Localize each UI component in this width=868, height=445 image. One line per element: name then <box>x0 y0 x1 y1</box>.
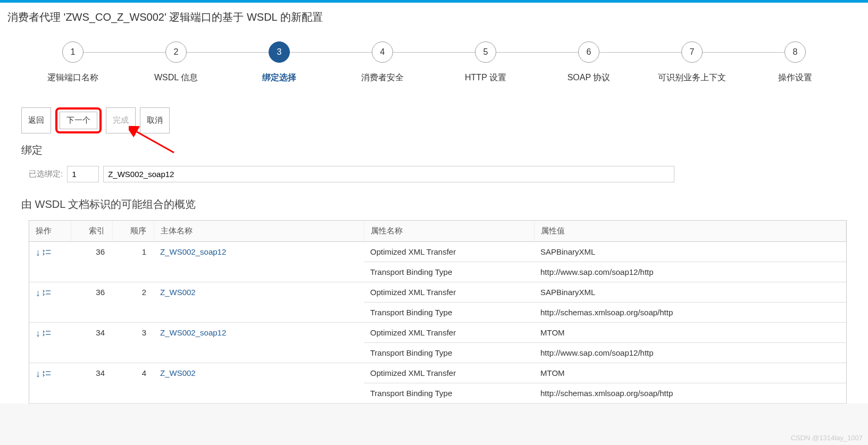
cell-attrval: SAPBinaryXML <box>534 282 846 303</box>
cell-attrval: http://www.sap.com/soap12/http <box>534 262 846 282</box>
highlight-annotation: 下一个 <box>55 107 102 133</box>
step-label: WSDL 信息 <box>124 72 228 83</box>
cell-order: 3 <box>112 323 154 363</box>
cell-subject: Z_WS002_soap12 <box>154 323 364 363</box>
step-connector <box>187 52 269 53</box>
finish-button[interactable]: 完成 <box>106 107 136 133</box>
step-label: 操作设置 <box>744 72 847 83</box>
cell-attrval: MTOM <box>534 323 846 343</box>
arrow-down-icon[interactable]: ↓ <box>36 328 40 339</box>
checklist-icon[interactable] <box>43 289 51 297</box>
table-row: ↓ 343Z_WS002_soap12Optimized XML Transfe… <box>29 323 846 343</box>
cell-index: 34 <box>71 363 112 404</box>
back-button[interactable]: 返回 <box>21 107 51 133</box>
wizard-step-2[interactable]: 2WSDL 信息 <box>124 41 228 83</box>
cell-attrname: Transport Binding Type <box>364 262 534 282</box>
table-row: ↓ 362Z_WS002Optimized XML TransferSAPBin… <box>29 282 846 303</box>
wizard-step-6[interactable]: 6SOAP 协议 <box>537 41 640 83</box>
cell-subject: Z_WS002 <box>154 282 364 323</box>
wizard-step-8[interactable]: 8操作设置 <box>744 41 847 83</box>
cell-attrname: Transport Binding Type <box>364 343 534 363</box>
selected-binding-label: 已选绑定: <box>29 169 63 179</box>
wizard-step-4[interactable]: 4消费者安全 <box>331 41 434 83</box>
subject-link[interactable]: Z_WS002 <box>160 368 196 377</box>
cell-attrname: Optimized XML Transfer <box>364 242 534 262</box>
selected-binding-row: 已选绑定: <box>29 166 847 182</box>
step-connector <box>393 52 475 53</box>
step-number: 1 <box>62 41 84 63</box>
selected-binding-name[interactable] <box>103 166 674 182</box>
page-title: 消费者代理 'ZWS_CO_Z_WS002' 逻辑端口的基于 WSDL 的新配置 <box>0 3 868 30</box>
arrow-down-icon[interactable]: ↓ <box>36 288 40 299</box>
wizard-step-3[interactable]: 3绑定选择 <box>228 41 331 83</box>
header-attrval: 属性值 <box>534 221 846 242</box>
wizard-step-1[interactable]: 1逻辑端口名称 <box>21 41 124 83</box>
subject-link[interactable]: Z_WS002_soap12 <box>160 247 226 256</box>
header-attrname: 属性名称 <box>364 221 534 242</box>
selected-binding-index[interactable] <box>67 166 99 182</box>
wizard-step-5[interactable]: 5HTTP 设置 <box>434 41 537 83</box>
header-subject: 主体名称 <box>154 221 364 242</box>
subject-link[interactable]: Z_WS002 <box>160 288 196 297</box>
cell-order: 2 <box>112 282 154 323</box>
cell-attrval: http://schemas.xmlsoap.org/soap/http <box>534 303 846 323</box>
cell-subject: Z_WS002 <box>154 363 364 404</box>
table-row: ↓ 344Z_WS002Optimized XML TransferMTOM <box>29 363 846 383</box>
cell-attrname: Optimized XML Transfer <box>364 323 534 343</box>
step-label: SOAP 协议 <box>537 72 640 83</box>
cell-attrname: Optimized XML Transfer <box>364 282 534 303</box>
row-actions[interactable]: ↓ <box>36 288 51 299</box>
step-number: 7 <box>681 41 703 63</box>
step-connector <box>599 52 681 53</box>
step-number: 3 <box>269 41 290 63</box>
step-connector <box>290 52 372 53</box>
step-number: 6 <box>578 41 599 63</box>
row-actions[interactable]: ↓ <box>36 368 51 380</box>
cell-index: 34 <box>71 323 112 363</box>
cell-order: 4 <box>112 363 154 404</box>
cell-attrval: http://www.sap.com/soap12/http <box>534 343 846 363</box>
wizard-step-7[interactable]: 7可识别业务上下文 <box>640 41 744 83</box>
step-label: 绑定选择 <box>228 72 331 83</box>
step-number: 2 <box>165 41 187 63</box>
cell-order: 1 <box>112 242 154 282</box>
bindings-table: 操作 索引 顺序 主体名称 属性名称 属性值 ↓ 361Z_WS002_soap… <box>29 220 847 404</box>
header-index: 索引 <box>71 221 112 242</box>
overview-title: 由 WSDL 文档标识的可能组合的概览 <box>21 197 847 212</box>
wizard-stepper: 1逻辑端口名称2WSDL 信息3绑定选择4消费者安全5HTTP 设置6SOAP … <box>0 30 868 99</box>
step-label: 消费者安全 <box>331 72 434 83</box>
cell-attrval: http://schemas.xmlsoap.org/soap/http <box>534 383 846 404</box>
next-button[interactable]: 下一个 <box>60 112 97 129</box>
step-number: 8 <box>784 41 806 63</box>
cell-index: 36 <box>71 242 112 282</box>
step-label: 逻辑端口名称 <box>21 72 124 83</box>
cell-index: 36 <box>71 282 112 323</box>
step-label: 可识别业务上下文 <box>640 72 744 83</box>
step-number: 4 <box>372 41 393 63</box>
cell-attrname: Optimized XML Transfer <box>364 363 534 383</box>
arrow-down-icon[interactable]: ↓ <box>36 247 40 258</box>
checklist-icon[interactable] <box>43 249 51 257</box>
binding-section-title: 绑定 <box>21 143 847 157</box>
step-connector <box>496 52 578 53</box>
checklist-icon[interactable] <box>43 330 51 338</box>
cell-attrval: MTOM <box>534 363 846 383</box>
checklist-icon[interactable] <box>43 370 51 378</box>
cancel-button[interactable]: 取消 <box>140 107 170 133</box>
cell-attrname: Transport Binding Type <box>364 303 534 323</box>
step-connector <box>703 52 784 53</box>
header-order: 顺序 <box>112 221 154 242</box>
cell-attrname: Transport Binding Type <box>364 383 534 404</box>
subject-link[interactable]: Z_WS002_soap12 <box>160 328 226 337</box>
step-connector <box>84 52 165 53</box>
cell-subject: Z_WS002_soap12 <box>154 242 364 282</box>
cell-attrval: SAPBinaryXML <box>534 242 846 262</box>
header-action: 操作 <box>29 221 71 242</box>
table-row: ↓ 361Z_WS002_soap12Optimized XML Transfe… <box>29 242 846 262</box>
step-number: 5 <box>475 41 496 63</box>
row-actions[interactable]: ↓ <box>36 247 51 258</box>
arrow-down-icon[interactable]: ↓ <box>36 368 40 380</box>
row-actions[interactable]: ↓ <box>36 328 51 339</box>
step-label: HTTP 设置 <box>434 72 537 83</box>
wizard-buttons: 返回 下一个 完成 取消 <box>21 107 847 133</box>
